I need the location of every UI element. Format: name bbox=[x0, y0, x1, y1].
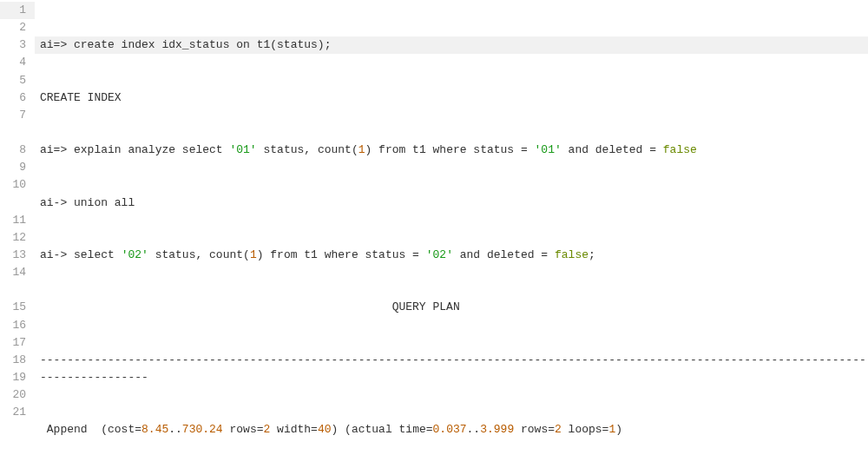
line-number: 10 bbox=[0, 176, 35, 211]
line-number: 7 bbox=[0, 107, 35, 142]
line-number: 18 bbox=[0, 352, 35, 369]
code-line[interactable]: ai=> create index idx_status on t1(statu… bbox=[35, 36, 868, 54]
prompt: ai=> bbox=[40, 38, 74, 51]
code-line[interactable]: ai=> explain analyze select '01' status,… bbox=[35, 142, 868, 159]
prompt: ai=> bbox=[40, 143, 74, 156]
line-number: 13 bbox=[0, 247, 35, 264]
string-literal: '02' bbox=[122, 248, 148, 261]
line-number: 9 bbox=[0, 159, 35, 176]
code-line[interactable]: CREATE INDEX bbox=[35, 89, 868, 107]
line-number-gutter: 1 2 3 4 5 6 7 8 9 10 11 12 13 14 15 16 1… bbox=[0, 0, 35, 455]
line-number: 15 bbox=[0, 299, 35, 316]
plan-header: QUERY PLAN bbox=[40, 300, 460, 313]
number-literal: 1 bbox=[358, 143, 365, 156]
line-number: 1 bbox=[0, 2, 35, 19]
keyword: false bbox=[555, 248, 589, 261]
line-number: 5 bbox=[0, 72, 35, 89]
code-editor[interactable]: 1 2 3 4 5 6 7 8 9 10 11 12 13 14 15 16 1… bbox=[0, 0, 868, 455]
string-literal: '01' bbox=[229, 143, 256, 156]
keyword: false bbox=[663, 143, 697, 156]
number-literal: 1 bbox=[250, 248, 257, 261]
code-line[interactable]: QUERY PLAN bbox=[35, 299, 868, 316]
line-number: 21 bbox=[0, 404, 35, 421]
code-line[interactable]: ai-> union all bbox=[35, 195, 868, 212]
prompt: ai-> bbox=[40, 248, 74, 261]
code-line[interactable]: ----------------------------------------… bbox=[35, 352, 868, 386]
string-literal: '02' bbox=[426, 248, 453, 261]
code-line[interactable]: ai-> select '02' status, count(1) from t… bbox=[35, 247, 868, 264]
line-number: 6 bbox=[0, 89, 35, 107]
line-number: 3 bbox=[0, 36, 35, 54]
line-number: 11 bbox=[0, 212, 35, 229]
line-number: 20 bbox=[0, 386, 35, 404]
line-number: 4 bbox=[0, 54, 35, 71]
sql-text: create index idx_status on t1(status); bbox=[74, 38, 331, 51]
code-line[interactable]: Append (cost=8.45..730.24 rows=2 width=4… bbox=[35, 421, 868, 439]
line-number: 16 bbox=[0, 317, 35, 334]
line-number: 12 bbox=[0, 229, 35, 247]
prompt: ai-> bbox=[40, 196, 74, 209]
code-content[interactable]: ai=> create index idx_status on t1(statu… bbox=[35, 0, 868, 455]
line-number: 2 bbox=[0, 19, 35, 36]
line-number: 17 bbox=[0, 334, 35, 352]
output-text: CREATE INDEX bbox=[40, 91, 122, 104]
line-number: 19 bbox=[0, 369, 35, 386]
line-number: 8 bbox=[0, 142, 35, 159]
divider: ----------------------------------------… bbox=[40, 353, 866, 384]
line-number: 14 bbox=[0, 264, 35, 299]
string-literal: '01' bbox=[535, 143, 562, 156]
